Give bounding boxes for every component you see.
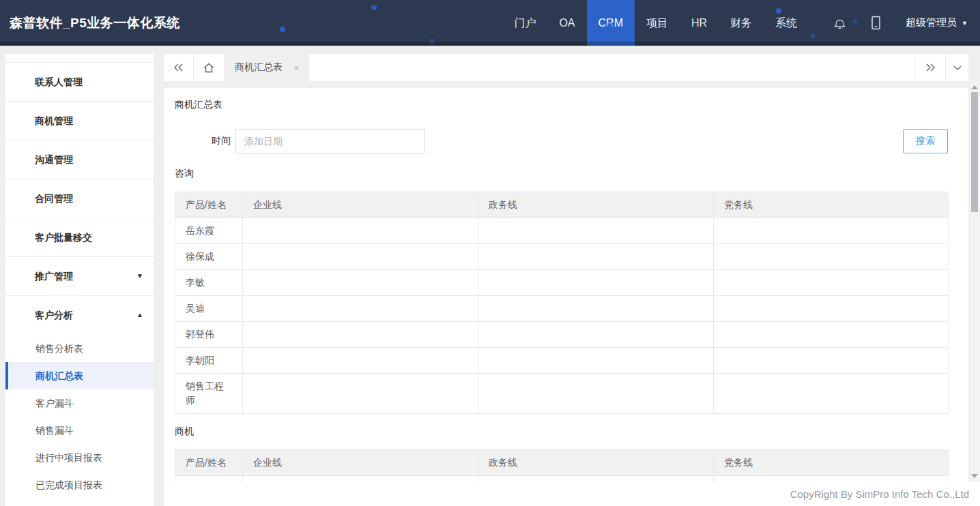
table-cell <box>243 270 478 296</box>
table-cell <box>478 348 714 374</box>
scroll-tabs-right-button[interactable] <box>914 54 945 81</box>
sidebar-item-客户批量移交[interactable]: 客户批量移交 <box>5 218 154 257</box>
table-cell <box>478 218 714 244</box>
nav-item-CRM[interactable]: CRM <box>587 0 635 46</box>
collapse-tabs-left-button[interactable] <box>164 54 194 81</box>
scroll-down-arrow-icon[interactable] <box>971 474 978 478</box>
sidebar-subitem-已完成项目报表[interactable]: 已完成项目报表 <box>5 471 154 498</box>
search-button[interactable]: 搜索 <box>903 129 948 153</box>
table-cell <box>478 296 714 322</box>
table-cell <box>243 348 478 374</box>
table-header-row: 产品/姓名企业线政务线党务线 <box>175 450 949 476</box>
table-cell <box>714 270 949 296</box>
table-row <box>175 476 949 483</box>
copyright-text: CopyRight By SimPro Info Tech Co.,Ltd <box>790 488 969 500</box>
tab-business-summary[interactable]: 商机汇总表 × <box>224 54 309 81</box>
table-row: 吴迪 <box>175 296 949 322</box>
table-row: 徐保成 <box>175 244 949 270</box>
table-cell <box>243 218 478 244</box>
sidebar: 联系人管理商机管理沟通管理合同管理客户批量移交推广管理▼客户分析▲销售分析表商机… <box>5 54 154 506</box>
report-sections: 咨询产品/姓名企业线政务线党务线岳东霞徐保成李敏吴迪郭登伟李朝阳销售工程师商机产… <box>175 168 948 482</box>
column-header: 党务线 <box>714 450 949 476</box>
tabbar-spacer <box>309 54 914 81</box>
table-cell <box>478 270 714 296</box>
date-filter-label: 时间 <box>175 135 235 147</box>
sidebar-subitem-销售分析表[interactable]: 销售分析表 <box>5 335 154 362</box>
decor-dot <box>811 34 815 38</box>
sidebar-subitem-客户漏斗[interactable]: 客户漏斗 <box>5 389 154 417</box>
table-cell <box>478 374 714 414</box>
bell-icon[interactable] <box>833 16 846 30</box>
footer: CopyRight By SimPro Info Tech Co.,Ltd <box>164 482 980 506</box>
sidebar-item-联系人管理[interactable]: 联系人管理 <box>5 63 154 102</box>
table-cell <box>714 348 949 374</box>
column-header: 政务线 <box>478 192 714 218</box>
table-cell <box>478 476 714 483</box>
scrollbar-thumb[interactable] <box>971 92 978 212</box>
close-icon[interactable]: × <box>293 62 300 74</box>
top-navbar: 森普软件_P5业务一体化系统 门户OACRM项目HR财务系统 超级管理员 ▼ <box>0 0 980 46</box>
table-header-row: 产品/姓名企业线政务线党务线 <box>175 192 949 218</box>
chevron-down-icon: ▼ <box>962 20 968 27</box>
table-cell <box>714 322 949 348</box>
nav-item-财务[interactable]: 财务 <box>719 0 764 46</box>
tab-bar: 商机汇总表 × <box>164 54 968 81</box>
table-cell <box>478 322 714 348</box>
table-cell <box>243 374 478 414</box>
date-input[interactable] <box>235 129 425 153</box>
table-cell <box>714 244 949 270</box>
table-cell <box>243 296 478 322</box>
sidebar-subitem-商机汇总表[interactable]: 商机汇总表 <box>5 362 154 389</box>
decor-dot <box>280 27 285 32</box>
table-cell <box>243 322 478 348</box>
nav-item-项目[interactable]: 项目 <box>635 0 680 46</box>
table-row: 岳东霞 <box>175 218 949 244</box>
section-title: 咨询 <box>175 168 948 180</box>
sidebar-subitem-进行中项目报表[interactable]: 进行中项目报表 <box>5 444 154 471</box>
page-title: 商机汇总表 <box>175 99 948 111</box>
table-cell: 李朝阳 <box>175 348 243 374</box>
user-menu[interactable]: 超级管理员 ▼ <box>906 16 968 29</box>
home-tab-button[interactable] <box>194 54 224 81</box>
content-panel: 商机汇总表 时间 搜索 咨询产品/姓名企业线政务线党务线岳东霞徐保成李敏吴迪郭登… <box>164 88 968 482</box>
sidebar-item-推广管理[interactable]: 推广管理▼ <box>5 257 154 296</box>
sidebar-item-商机管理[interactable]: 商机管理 <box>5 102 154 140</box>
report-table: 产品/姓名企业线政务线党务线 <box>175 449 949 482</box>
table-cell: 李敏 <box>175 270 243 296</box>
table-row: 李敏 <box>175 270 949 296</box>
table-cell <box>714 218 949 244</box>
mobile-phone-icon[interactable] <box>871 16 881 30</box>
sidebar-item-客户分析[interactable]: 客户分析▲ <box>5 296 154 335</box>
nav-item-HR[interactable]: HR <box>680 0 719 46</box>
table-cell <box>243 476 478 483</box>
tab-options-dropdown-button[interactable] <box>945 54 968 81</box>
caret-down-icon: ▼ <box>136 257 143 295</box>
table-cell: 郭登伟 <box>175 322 243 348</box>
table-cell <box>714 374 949 414</box>
column-header: 产品/姓名 <box>175 192 243 218</box>
navbar-right-tools: 超级管理员 ▼ <box>833 0 980 46</box>
column-header: 政务线 <box>478 450 714 476</box>
sidebar-item-合同管理[interactable]: 合同管理 <box>5 179 154 218</box>
table-cell <box>714 476 949 483</box>
table-cell <box>175 476 243 483</box>
table-cell <box>478 244 714 270</box>
table-cell <box>714 296 949 322</box>
column-header: 企业线 <box>243 450 478 476</box>
vertical-scrollbar[interactable] <box>970 81 980 482</box>
nav-item-门户[interactable]: 门户 <box>502 0 547 46</box>
table-cell <box>243 244 478 270</box>
sidebar-clipped-item <box>5 54 154 63</box>
nav-item-OA[interactable]: OA <box>547 0 586 46</box>
table-cell: 销售工程师 <box>175 374 243 414</box>
nav-item-系统[interactable]: 系统 <box>764 0 809 46</box>
decor-dot <box>371 5 377 10</box>
column-header: 产品/姓名 <box>175 450 243 476</box>
sidebar-subitem-销售漏斗[interactable]: 销售漏斗 <box>5 417 154 444</box>
top-nav-menu: 门户OACRM项目HR财务系统 <box>502 0 809 46</box>
sidebar-item-沟通管理[interactable]: 沟通管理 <box>5 140 154 179</box>
scroll-up-arrow-icon[interactable] <box>971 85 978 89</box>
table-cell: 徐保成 <box>175 244 243 270</box>
decor-dot <box>430 40 434 44</box>
table-row: 销售工程师 <box>175 374 949 414</box>
